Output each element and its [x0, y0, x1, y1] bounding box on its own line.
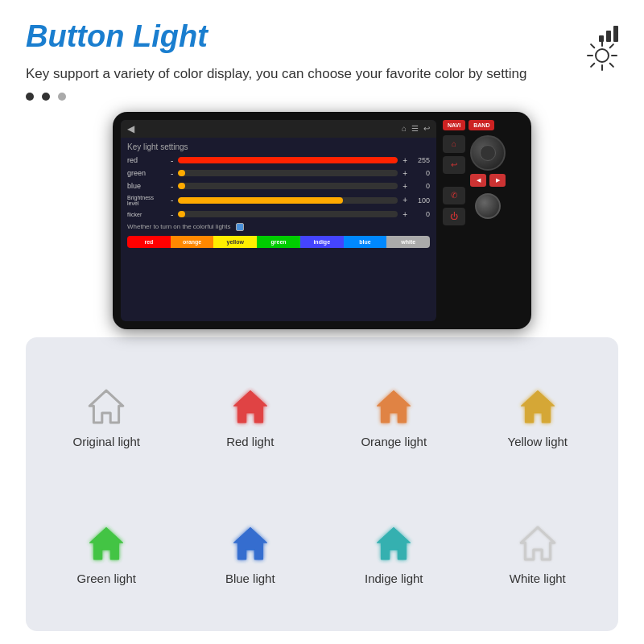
ctrl-btn-2[interactable]: ▶ — [489, 174, 506, 187]
blue-house-icon — [229, 523, 271, 565]
yellow-house-icon — [517, 386, 559, 428]
svg-marker-10 — [233, 390, 267, 423]
green-house-icon — [85, 523, 127, 565]
light-item-original: Original light — [39, 353, 175, 482]
flicker-track[interactable] — [178, 211, 398, 217]
blue-light-label: Blue light — [225, 572, 275, 585]
flicker-plus[interactable]: + — [402, 210, 407, 219]
settings-area: Key light settings red - + 255 green - — [121, 138, 436, 253]
right-panel: NAVI BAND ⌂ ↩ ✆ ⏻ — [443, 120, 523, 321]
knob-section: ◀ ▶ — [470, 135, 506, 225]
flicker-slider-row: flicker - + 0 — [127, 210, 430, 219]
svg-point-0 — [596, 49, 609, 62]
small-control-btns: ◀ ▶ — [470, 174, 506, 187]
blue-value: 0 — [412, 182, 430, 190]
colorful-lights-checkbox[interactable] — [236, 223, 244, 231]
svg-marker-13 — [89, 527, 123, 559]
svg-marker-9 — [89, 390, 123, 423]
subtitle-text: Key support a variety of color display, … — [26, 64, 618, 85]
light-item-blue: Blue light — [183, 489, 319, 618]
orange-color-btn[interactable]: orange — [171, 236, 214, 248]
red-fill — [178, 157, 398, 163]
svg-line-8 — [591, 63, 594, 66]
blue-slider-row: blue - + 0 — [127, 182, 430, 191]
blue-plus[interactable]: + — [402, 182, 407, 191]
brightness-value: 100 — [412, 196, 430, 204]
green-track[interactable] — [178, 170, 398, 176]
flicker-minus[interactable]: - — [171, 210, 173, 219]
brightness-minus[interactable]: - — [171, 196, 173, 204]
sun-icon — [586, 39, 618, 75]
page-title: Button Light — [26, 19, 208, 54]
yellow-color-btn[interactable]: yellow — [213, 236, 257, 248]
checkbox-label: Whether to turn on the colorful lights — [127, 223, 231, 230]
phone-btn[interactable]: ✆ — [443, 187, 465, 204]
light-grid-section: Original light Red light — [26, 337, 618, 632]
green-label: green — [127, 169, 166, 177]
red-color-btn[interactable]: red — [127, 236, 171, 248]
green-light-label: Green light — [77, 572, 136, 585]
unit-screen: ◀ ⌂ ☰ ↩ Key light settings red - — [121, 120, 436, 321]
svg-marker-11 — [377, 390, 411, 423]
screen-header: ◀ ⌂ ☰ ↩ — [121, 120, 436, 138]
svg-line-7 — [610, 44, 613, 47]
blue-color-btn[interactable]: blue — [344, 236, 387, 248]
green-fill — [178, 170, 184, 176]
page: Button Light Key support a variety of co… — [0, 0, 644, 644]
back-screen-icon: ↩ — [423, 124, 430, 133]
back-icon: ◀ — [127, 123, 134, 134]
svg-marker-14 — [233, 527, 267, 559]
ctrl-btn-1[interactable]: ◀ — [470, 174, 486, 187]
volume-knob[interactable] — [475, 193, 501, 219]
light-grid: Original light Red light — [39, 353, 605, 619]
power-btn[interactable]: ⏻ — [443, 208, 465, 225]
color-buttons: red orange yellow green indige blue whit… — [127, 236, 430, 248]
brightness-track[interactable] — [178, 197, 398, 204]
settings-title: Key light settings — [127, 142, 430, 151]
dot-2 — [42, 93, 50, 101]
red-slider-row: red - + 255 — [127, 156, 430, 165]
knob-inner — [480, 145, 496, 161]
checkbox-row: Whether to turn on the colorful lights — [127, 223, 430, 231]
green-plus[interactable]: + — [402, 169, 407, 178]
svg-line-5 — [591, 44, 594, 47]
band-button[interactable]: BAND — [469, 120, 494, 130]
yellow-light-label: Yellow light — [508, 435, 568, 448]
brightness-label: Brightnesslevel — [127, 195, 166, 206]
green-color-btn[interactable]: green — [257, 236, 300, 248]
side-controls: ⌂ ↩ ✆ ⏻ ◀ ▶ — [443, 135, 523, 225]
indige-color-btn[interactable]: indige — [300, 236, 344, 248]
white-color-btn[interactable]: white — [386, 236, 430, 248]
home-btn[interactable]: ⌂ — [443, 135, 465, 153]
red-house-icon — [229, 386, 271, 428]
orange-house-icon — [373, 386, 415, 428]
back-btn[interactable]: ↩ — [443, 156, 465, 174]
indige-house-icon — [373, 523, 415, 565]
original-light-label: Original light — [73, 435, 140, 448]
red-plus[interactable]: + — [402, 156, 407, 165]
dot-1 — [26, 93, 34, 101]
flicker-label: flicker — [127, 212, 166, 217]
dots-indicator — [26, 93, 618, 101]
svg-line-6 — [610, 63, 613, 66]
blue-fill — [178, 183, 184, 189]
settings-screen-icon: ☰ — [411, 124, 419, 133]
blue-label: blue — [127, 182, 166, 190]
brightness-slider-row: Brightnesslevel - + 100 — [127, 195, 430, 206]
left-side-btns: ⌂ ↩ ✆ ⏻ — [443, 135, 465, 225]
home-screen-icon: ⌂ — [402, 124, 407, 133]
orange-light-label: Orange light — [361, 435, 427, 448]
green-minus[interactable]: - — [171, 169, 173, 178]
main-knob[interactable] — [470, 135, 506, 171]
header: Button Light — [26, 19, 618, 54]
flicker-value: 0 — [412, 210, 430, 218]
navi-button[interactable]: NAVI — [443, 120, 465, 130]
white-house-icon — [517, 523, 559, 565]
red-minus[interactable]: - — [171, 156, 173, 165]
blue-minus[interactable]: - — [171, 182, 173, 191]
blue-track[interactable] — [178, 183, 398, 189]
top-buttons: NAVI BAND — [443, 120, 523, 130]
brightness-plus[interactable]: + — [402, 196, 407, 204]
light-item-yellow: Yellow light — [470, 353, 606, 482]
red-track[interactable] — [178, 157, 398, 163]
